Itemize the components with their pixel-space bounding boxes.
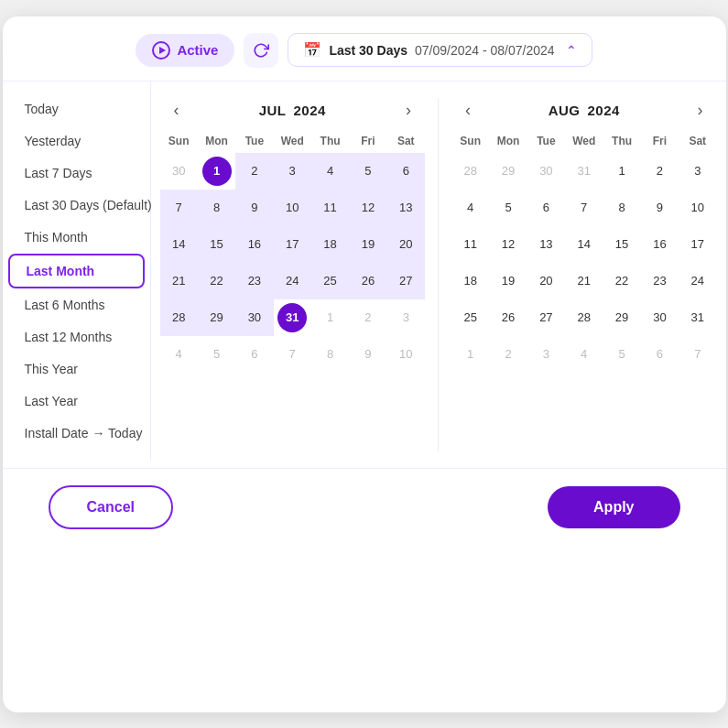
table-row[interactable]: 28 xyxy=(451,153,489,190)
cancel-button[interactable]: Cancel xyxy=(49,485,173,529)
table-row[interactable]: 31 xyxy=(274,299,311,336)
table-row[interactable]: 6 xyxy=(235,336,273,373)
table-row[interactable]: 14 xyxy=(565,226,603,263)
table-row[interactable]: 2 xyxy=(489,336,527,373)
table-row[interactable]: 21 xyxy=(160,263,198,299)
table-row[interactable]: 23 xyxy=(641,263,679,299)
table-row[interactable]: 5 xyxy=(349,153,386,190)
table-row[interactable]: 24 xyxy=(679,263,716,299)
sidebar-item-last12months[interactable]: Last 12 Months xyxy=(8,321,145,353)
table-row[interactable]: 26 xyxy=(349,263,386,299)
table-row[interactable]: 7 xyxy=(160,190,198,226)
sidebar-item-last30days[interactable]: Last 30 Days (Default) xyxy=(8,190,145,221)
july-next-button[interactable]: › xyxy=(396,98,421,124)
table-row[interactable]: 30 xyxy=(641,299,679,336)
table-row[interactable]: 5 xyxy=(603,336,640,373)
table-row[interactable]: 5 xyxy=(489,190,527,226)
table-row[interactable]: 10 xyxy=(387,336,425,373)
table-row[interactable]: 13 xyxy=(527,226,565,263)
table-row[interactable]: 28 xyxy=(565,299,603,336)
refresh-button[interactable] xyxy=(244,33,278,68)
table-row[interactable]: 11 xyxy=(311,190,349,226)
table-row[interactable]: 9 xyxy=(349,336,386,373)
table-row[interactable]: 8 xyxy=(603,190,640,226)
table-row[interactable]: 24 xyxy=(274,263,311,299)
table-row[interactable]: 25 xyxy=(311,263,349,299)
table-row[interactable]: 29 xyxy=(489,153,527,190)
table-row[interactable]: 31 xyxy=(565,153,603,190)
table-row[interactable]: 17 xyxy=(679,226,716,263)
table-row[interactable]: 12 xyxy=(489,226,527,263)
table-row[interactable]: 15 xyxy=(603,226,640,263)
table-row[interactable]: 2 xyxy=(641,153,679,190)
table-row[interactable]: 3 xyxy=(679,153,716,190)
aug-next-button[interactable]: › xyxy=(688,98,713,124)
table-row[interactable]: 3 xyxy=(527,336,565,373)
table-row[interactable]: 29 xyxy=(198,299,235,336)
sidebar-item-installdate[interactable]: Install Date → Today xyxy=(8,418,145,449)
table-row[interactable]: 7 xyxy=(565,190,603,226)
table-row[interactable]: 14 xyxy=(160,226,198,263)
table-row[interactable]: 1 xyxy=(603,153,640,190)
table-row[interactable]: 1 xyxy=(198,153,235,190)
table-row[interactable]: 9 xyxy=(641,190,679,226)
sidebar-item-thisyear[interactable]: This Year xyxy=(8,353,145,385)
table-row[interactable]: 18 xyxy=(311,226,349,263)
table-row[interactable]: 12 xyxy=(349,190,386,226)
table-row[interactable]: 27 xyxy=(387,263,425,299)
table-row[interactable]: 1 xyxy=(451,336,489,373)
table-row[interactable]: 10 xyxy=(679,190,716,226)
sidebar-item-lastmonth[interactable]: Last Month xyxy=(8,254,145,288)
table-row[interactable]: 16 xyxy=(235,226,273,263)
table-row[interactable]: 2 xyxy=(235,153,273,190)
table-row[interactable]: 6 xyxy=(641,336,679,373)
date-range-button[interactable]: 📅 Last 30 Days 07/09/2024 - 08/07/2024 ⌃ xyxy=(288,33,592,67)
aug-prev-button[interactable]: ‹ xyxy=(455,98,481,124)
table-row[interactable]: 31 xyxy=(679,299,716,336)
table-row[interactable]: 30 xyxy=(527,153,565,190)
sidebar-item-last6months[interactable]: Last 6 Months xyxy=(8,289,145,321)
sidebar-item-yesterday[interactable]: Yesterday xyxy=(8,125,145,157)
table-row[interactable]: 9 xyxy=(235,190,273,226)
table-row[interactable]: 17 xyxy=(274,226,311,263)
table-row[interactable]: 1 xyxy=(311,299,349,336)
table-row[interactable]: 4 xyxy=(311,153,349,190)
table-row[interactable]: 22 xyxy=(603,263,640,299)
table-row[interactable]: 7 xyxy=(679,336,716,373)
table-row[interactable]: 7 xyxy=(274,336,311,373)
sidebar-item-thismonth[interactable]: This Month xyxy=(8,222,145,253)
table-row[interactable]: 2 xyxy=(349,299,386,336)
table-row[interactable]: 15 xyxy=(198,226,235,263)
table-row[interactable]: 4 xyxy=(160,336,198,373)
table-row[interactable]: 3 xyxy=(274,153,311,190)
sidebar-item-last7days[interactable]: Last 7 Days xyxy=(8,158,145,189)
sidebar-item-today[interactable]: Today xyxy=(8,93,145,125)
table-row[interactable]: 29 xyxy=(603,299,640,336)
table-row[interactable]: 5 xyxy=(198,336,235,373)
table-row[interactable]: 30 xyxy=(160,153,198,190)
table-row[interactable]: 19 xyxy=(349,226,386,263)
table-row[interactable]: 26 xyxy=(489,299,527,336)
table-row[interactable]: 4 xyxy=(451,190,489,226)
table-row[interactable]: 11 xyxy=(451,226,489,263)
table-row[interactable]: 8 xyxy=(198,190,235,226)
table-row[interactable]: 20 xyxy=(387,226,425,263)
table-row[interactable]: 22 xyxy=(198,263,235,299)
table-row[interactable]: 13 xyxy=(387,190,425,226)
table-row[interactable]: 23 xyxy=(235,263,273,299)
table-row[interactable]: 20 xyxy=(527,263,565,299)
table-row[interactable]: 4 xyxy=(565,336,603,373)
table-row[interactable]: 30 xyxy=(235,299,273,336)
table-row[interactable]: 16 xyxy=(641,226,679,263)
table-row[interactable]: 18 xyxy=(451,263,489,299)
table-row[interactable]: 28 xyxy=(160,299,198,336)
sidebar-item-lastyear[interactable]: Last Year xyxy=(8,386,145,417)
table-row[interactable]: 27 xyxy=(527,299,565,336)
apply-button[interactable]: Apply xyxy=(548,486,679,528)
table-row[interactable]: 19 xyxy=(489,263,527,299)
table-row[interactable]: 3 xyxy=(387,299,425,336)
table-row[interactable]: 8 xyxy=(311,336,349,373)
july-prev-button[interactable]: ‹ xyxy=(164,98,190,124)
table-row[interactable]: 6 xyxy=(527,190,565,226)
active-button[interactable]: Active xyxy=(136,34,234,67)
